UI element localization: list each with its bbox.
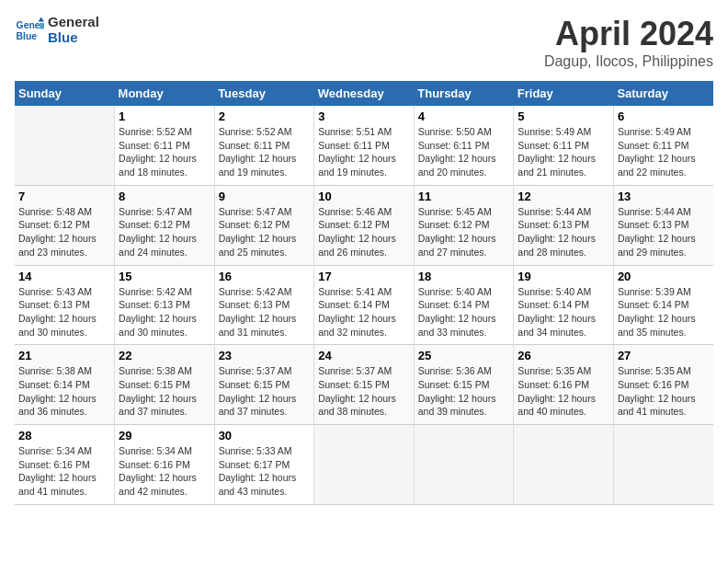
day-info: Sunrise: 5:44 AM Sunset: 6:13 PM Dayligh… <box>518 205 609 259</box>
day-info: Sunrise: 5:48 AM Sunset: 6:12 PM Dayligh… <box>18 205 110 259</box>
day-number: 27 <box>618 349 710 362</box>
calendar-cell: 23Sunrise: 5:37 AM Sunset: 6:15 PM Dayli… <box>214 345 314 425</box>
day-number: 21 <box>18 349 110 362</box>
day-number: 6 <box>618 109 710 123</box>
page-subtitle: Dagup, Ilocos, Philippines <box>544 53 713 70</box>
calendar-cell: 9Sunrise: 5:47 AM Sunset: 6:12 PM Daylig… <box>214 185 314 265</box>
day-number: 24 <box>318 349 410 362</box>
day-info: Sunrise: 5:45 AM Sunset: 6:12 PM Dayligh… <box>418 205 510 259</box>
day-number: 1 <box>119 109 210 123</box>
calendar-table: SundayMondayTuesdayWednesdayThursdayFrid… <box>15 81 713 505</box>
calendar-cell: 6Sunrise: 5:49 AM Sunset: 6:11 PM Daylig… <box>613 106 713 185</box>
calendar-cell: 10Sunrise: 5:46 AM Sunset: 6:12 PM Dayli… <box>314 185 415 265</box>
weekday-header-sunday: Sunday <box>15 81 115 106</box>
calendar-cell: 29Sunrise: 5:34 AM Sunset: 6:16 PM Dayli… <box>115 425 215 505</box>
calendar-cell: 24Sunrise: 5:37 AM Sunset: 6:15 PM Dayli… <box>314 345 415 425</box>
svg-marker-3 <box>40 23 44 29</box>
page-title: April 2024 <box>544 15 713 53</box>
calendar-cell: 19Sunrise: 5:40 AM Sunset: 6:14 PM Dayli… <box>514 265 614 345</box>
calendar-cell <box>613 425 713 505</box>
day-info: Sunrise: 5:34 AM Sunset: 6:16 PM Dayligh… <box>18 444 110 499</box>
day-info: Sunrise: 5:34 AM Sunset: 6:16 PM Dayligh… <box>119 444 210 499</box>
day-number: 18 <box>418 270 510 283</box>
calendar-cell: 20Sunrise: 5:39 AM Sunset: 6:14 PM Dayli… <box>613 265 713 345</box>
logo-text-blue: Blue <box>48 30 99 46</box>
weekday-header-monday: Monday <box>115 81 215 106</box>
header: General Blue General Blue April 2024 Dag… <box>15 15 713 70</box>
day-info: Sunrise: 5:47 AM Sunset: 6:12 PM Dayligh… <box>119 205 210 259</box>
week-row-2: 7Sunrise: 5:48 AM Sunset: 6:12 PM Daylig… <box>15 185 713 265</box>
title-area: April 2024 Dagup, Ilocos, Philippines <box>544 15 713 70</box>
calendar-cell: 5Sunrise: 5:49 AM Sunset: 6:11 PM Daylig… <box>514 106 614 185</box>
day-number: 2 <box>219 109 311 123</box>
logo-icon: General Blue <box>15 16 44 45</box>
calendar-cell: 12Sunrise: 5:44 AM Sunset: 6:13 PM Dayli… <box>514 185 614 265</box>
day-info: Sunrise: 5:38 AM Sunset: 6:14 PM Dayligh… <box>18 364 110 419</box>
calendar-cell: 18Sunrise: 5:40 AM Sunset: 6:14 PM Dayli… <box>414 265 514 345</box>
day-info: Sunrise: 5:40 AM Sunset: 6:14 PM Dayligh… <box>418 285 510 339</box>
week-row-5: 28Sunrise: 5:34 AM Sunset: 6:16 PM Dayli… <box>15 425 713 505</box>
day-info: Sunrise: 5:51 AM Sunset: 6:11 PM Dayligh… <box>318 125 410 179</box>
weekday-header-thursday: Thursday <box>414 81 514 106</box>
calendar-cell: 14Sunrise: 5:43 AM Sunset: 6:13 PM Dayli… <box>15 265 115 345</box>
day-info: Sunrise: 5:44 AM Sunset: 6:13 PM Dayligh… <box>618 205 710 259</box>
day-info: Sunrise: 5:38 AM Sunset: 6:15 PM Dayligh… <box>119 364 210 419</box>
day-number: 4 <box>418 109 510 123</box>
day-number: 15 <box>119 270 210 283</box>
calendar-cell: 8Sunrise: 5:47 AM Sunset: 6:12 PM Daylig… <box>115 185 215 265</box>
day-number: 22 <box>119 349 210 362</box>
day-info: Sunrise: 5:36 AM Sunset: 6:15 PM Dayligh… <box>418 364 510 419</box>
week-row-3: 14Sunrise: 5:43 AM Sunset: 6:13 PM Dayli… <box>15 265 713 345</box>
calendar-cell: 7Sunrise: 5:48 AM Sunset: 6:12 PM Daylig… <box>15 185 115 265</box>
day-number: 28 <box>18 429 110 442</box>
day-info: Sunrise: 5:37 AM Sunset: 6:15 PM Dayligh… <box>219 364 311 419</box>
logo-text-general: General <box>48 15 99 30</box>
week-row-4: 21Sunrise: 5:38 AM Sunset: 6:14 PM Dayli… <box>15 345 713 425</box>
day-number: 25 <box>418 349 510 362</box>
week-row-1: 1Sunrise: 5:52 AM Sunset: 6:11 PM Daylig… <box>15 106 713 185</box>
day-number: 13 <box>618 190 710 203</box>
day-number: 30 <box>219 429 311 442</box>
day-info: Sunrise: 5:40 AM Sunset: 6:14 PM Dayligh… <box>518 285 609 339</box>
day-number: 9 <box>219 190 311 203</box>
calendar-cell <box>514 425 614 505</box>
day-info: Sunrise: 5:41 AM Sunset: 6:14 PM Dayligh… <box>318 285 410 339</box>
weekday-header-friday: Friday <box>514 81 614 106</box>
day-number: 19 <box>518 270 609 283</box>
weekday-header-wednesday: Wednesday <box>314 81 415 106</box>
day-number: 8 <box>119 190 210 203</box>
svg-text:Blue: Blue <box>17 30 38 40</box>
calendar-cell: 13Sunrise: 5:44 AM Sunset: 6:13 PM Dayli… <box>613 185 713 265</box>
calendar-cell: 1Sunrise: 5:52 AM Sunset: 6:11 PM Daylig… <box>115 106 215 185</box>
svg-marker-2 <box>39 17 44 21</box>
calendar-cell: 27Sunrise: 5:35 AM Sunset: 6:16 PM Dayli… <box>613 345 713 425</box>
day-info: Sunrise: 5:49 AM Sunset: 6:11 PM Dayligh… <box>518 125 609 179</box>
logo: General Blue General Blue <box>15 15 99 45</box>
calendar-cell: 25Sunrise: 5:36 AM Sunset: 6:15 PM Dayli… <box>414 345 514 425</box>
day-number: 26 <box>518 349 609 362</box>
calendar-cell: 2Sunrise: 5:52 AM Sunset: 6:11 PM Daylig… <box>214 106 314 185</box>
day-number: 16 <box>219 270 311 283</box>
calendar-cell: 11Sunrise: 5:45 AM Sunset: 6:12 PM Dayli… <box>414 185 514 265</box>
day-info: Sunrise: 5:42 AM Sunset: 6:13 PM Dayligh… <box>119 285 210 339</box>
calendar-cell: 15Sunrise: 5:42 AM Sunset: 6:13 PM Dayli… <box>115 265 215 345</box>
day-number: 11 <box>418 190 510 203</box>
calendar-cell: 16Sunrise: 5:42 AM Sunset: 6:13 PM Dayli… <box>214 265 314 345</box>
day-info: Sunrise: 5:43 AM Sunset: 6:13 PM Dayligh… <box>18 285 110 339</box>
day-number: 20 <box>618 270 710 283</box>
day-info: Sunrise: 5:39 AM Sunset: 6:14 PM Dayligh… <box>618 285 710 339</box>
day-info: Sunrise: 5:33 AM Sunset: 6:17 PM Dayligh… <box>219 444 311 499</box>
calendar-cell: 4Sunrise: 5:50 AM Sunset: 6:11 PM Daylig… <box>414 106 514 185</box>
calendar-cell: 30Sunrise: 5:33 AM Sunset: 6:17 PM Dayli… <box>214 425 314 505</box>
weekday-header-tuesday: Tuesday <box>214 81 314 106</box>
day-number: 17 <box>318 270 410 283</box>
calendar-cell: 28Sunrise: 5:34 AM Sunset: 6:16 PM Dayli… <box>15 425 115 505</box>
weekday-header-row: SundayMondayTuesdayWednesdayThursdayFrid… <box>15 81 713 106</box>
day-number: 14 <box>18 270 110 283</box>
day-number: 3 <box>318 109 410 123</box>
day-number: 12 <box>518 190 609 203</box>
day-info: Sunrise: 5:42 AM Sunset: 6:13 PM Dayligh… <box>219 285 311 339</box>
day-number: 23 <box>219 349 311 362</box>
day-info: Sunrise: 5:52 AM Sunset: 6:11 PM Dayligh… <box>119 125 210 179</box>
day-info: Sunrise: 5:37 AM Sunset: 6:15 PM Dayligh… <box>318 364 410 419</box>
